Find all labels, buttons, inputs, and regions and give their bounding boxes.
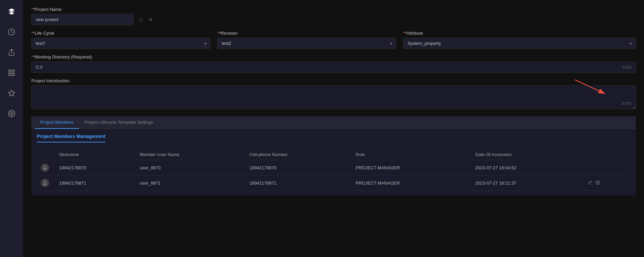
sidebar — [0, 0, 23, 257]
row1-user-icon-cell — [37, 160, 55, 175]
col-icon — [37, 149, 55, 160]
svg-rect-1 — [9, 70, 11, 72]
revision-group: **Revision test2 — [217, 31, 396, 49]
svg-rect-2 — [12, 70, 14, 72]
col-nickname: Nickname — [55, 149, 136, 160]
svg-point-10 — [44, 181, 46, 183]
project-name-label: **Project Name — [31, 7, 636, 12]
row1-actions — [584, 160, 630, 175]
col-phone: Cell-phone Number — [245, 149, 352, 160]
menu-button[interactable]: ≡ — [148, 15, 154, 24]
tab-lifecycle-settings[interactable]: Project Lifecycle Template Settings — [79, 116, 158, 129]
member-key-icon[interactable] — [588, 180, 593, 186]
svg-point-12 — [597, 182, 598, 183]
members-management-section: Project Members Management Nickname Memb… — [31, 129, 636, 195]
col-actions — [584, 149, 630, 160]
action-icons — [588, 180, 626, 186]
intro-counter: 0/200 — [622, 101, 631, 105]
sidebar-item-layers[interactable] — [5, 5, 18, 18]
row1-role: PROJECT MANAGER — [352, 160, 471, 175]
col-username: Member User Name — [136, 149, 245, 160]
project-name-group: **Project Name ☆ ≡ — [31, 7, 636, 25]
svg-rect-4 — [12, 73, 14, 75]
svg-marker-5 — [9, 90, 15, 96]
star-favorite-button[interactable]: ☆ — [137, 15, 144, 24]
tabs-section: Project Members Project Lifecycle Templa… — [31, 116, 636, 195]
svg-point-9 — [44, 166, 46, 168]
members-table: Nickname Member User Name Cell-phone Num… — [37, 149, 630, 191]
working-dir-counter: 4/200 — [622, 65, 632, 69]
lifecycle-select[interactable]: test7 — [31, 38, 210, 49]
lifecycle-group: **Life Cycle test7 — [31, 31, 210, 49]
member-settings-icon[interactable] — [595, 180, 600, 186]
revision-select[interactable]: test2 — [217, 38, 396, 49]
row1-nickname: 18942178870 — [55, 160, 136, 175]
table-row: 18942178871 user_8871 18942178871 PROJEC… — [37, 175, 630, 191]
user-avatar-icon — [41, 164, 49, 172]
row1-phone: 18942178870 — [245, 160, 352, 175]
revision-select-wrapper: test2 — [217, 38, 396, 49]
sidebar-item-share[interactable] — [5, 46, 18, 58]
svg-point-11 — [588, 182, 590, 184]
intro-group: Project Introduction 0/200 — [31, 78, 636, 110]
row1-date: 2023-07-27 16:04:52 — [471, 160, 584, 175]
lifecycle-label: **Life Cycle — [31, 31, 210, 36]
intro-label: Project Introduction — [31, 78, 636, 83]
row2-date: 2023-07-27 16:21:37 — [471, 175, 584, 191]
working-dir-wrapper: 4/200 — [31, 62, 636, 73]
svg-point-6 — [11, 113, 13, 115]
row2-actions — [584, 175, 630, 191]
row2-nickname: 18942178871 — [55, 175, 136, 191]
user-avatar-icon — [41, 179, 49, 187]
attribute-label: **Attribute — [403, 31, 636, 36]
project-name-input[interactable] — [31, 14, 133, 25]
intro-textarea[interactable] — [31, 85, 636, 109]
row2-user-icon-cell — [37, 175, 55, 191]
revision-label: **Revision — [217, 31, 396, 36]
sidebar-item-dashboard[interactable] — [5, 67, 18, 79]
project-name-row: ☆ ≡ — [31, 14, 636, 25]
main-content: **Project Name ☆ ≡ **Life Cycle test7 **… — [23, 0, 644, 257]
working-dir-input[interactable] — [31, 62, 636, 73]
col-date: Date Of Accession — [471, 149, 584, 160]
attribute-select-wrapper: System_property — [403, 38, 636, 49]
sidebar-item-settings[interactable] — [5, 107, 18, 120]
sidebar-item-star[interactable] — [5, 87, 18, 99]
row2-role: PROJECT MANAGER — [352, 175, 471, 191]
tab-project-members[interactable]: Project Members — [35, 116, 79, 129]
table-row: 18942178870 user_8870 18942178870 PROJEC… — [37, 160, 630, 175]
row2-username: user_8871 — [136, 175, 245, 191]
table-header-row: Nickname Member User Name Cell-phone Num… — [37, 149, 630, 160]
row1-username: user_8870 — [136, 160, 245, 175]
col-role: Role — [352, 149, 471, 160]
members-management-title: Project Members Management — [37, 134, 106, 142]
tabs-header: Project Members Project Lifecycle Templa… — [31, 116, 636, 129]
svg-rect-3 — [9, 73, 11, 75]
intro-textarea-wrapper: 0/200 — [31, 85, 636, 110]
row2-phone: 18942178871 — [245, 175, 352, 191]
attribute-group: **Attribute System_property — [403, 31, 636, 49]
attribute-select[interactable]: System_property — [403, 38, 636, 49]
dropdowns-row: **Life Cycle test7 **Revision test2 **At… — [31, 31, 636, 49]
working-dir-group: **Working Directory (Required) 4/200 — [31, 54, 636, 73]
lifecycle-select-wrapper: test7 — [31, 38, 210, 49]
sidebar-item-clock[interactable] — [5, 26, 18, 38]
working-dir-label: **Working Directory (Required) — [31, 54, 636, 59]
